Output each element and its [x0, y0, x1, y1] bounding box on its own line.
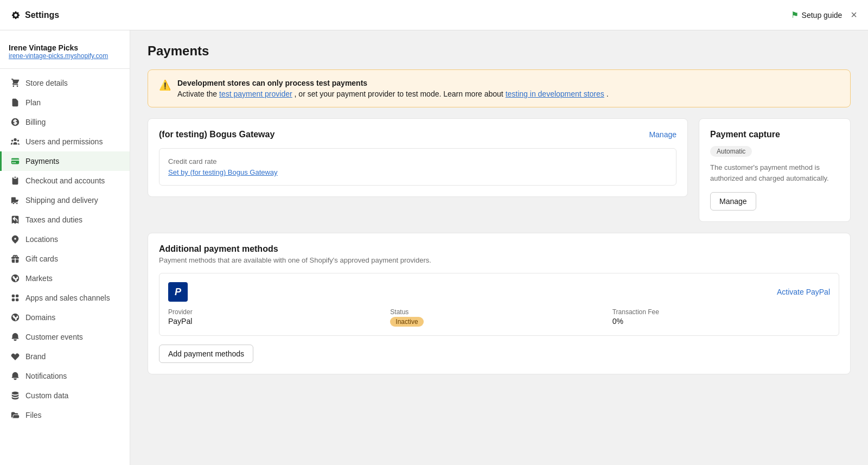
sidebar-item-label: Files — [25, 411, 42, 419]
layout: Irene Vintage Picks irene-vintage-picks.… — [0, 30, 868, 465]
sidebar-item-label: Customer events — [25, 333, 83, 341]
cards-row: (for testing) Bogus Gateway Manage Credi… — [148, 118, 851, 222]
flag-icon: ⚑ — [791, 10, 799, 20]
checkout-icon — [10, 176, 20, 186]
sidebar-item-label: Apps and sales channels — [25, 294, 110, 302]
additional-methods-title: Additional payment methods — [159, 244, 839, 254]
credit-card-rate-label: Credit card rate — [168, 157, 667, 165]
domains-icon — [10, 313, 20, 322]
paypal-row: P Activate PayPal Provider PayPal Status… — [159, 273, 839, 336]
provider-value: PayPal — [168, 317, 386, 326]
sidebar-item-checkout-accounts[interactable]: Checkout and accounts — [0, 171, 130, 190]
add-payment-methods-button[interactable]: Add payment methods — [159, 345, 253, 363]
sidebar-item-payments[interactable]: Payments — [0, 151, 130, 171]
topbar-left: Settings — [11, 10, 59, 20]
custom-data-icon — [10, 391, 20, 400]
credit-card-box: Credit card rate Set by (for testing) Bo… — [159, 148, 676, 186]
sidebar-item-customer-events[interactable]: Customer events — [0, 327, 130, 347]
sidebar-item-label: Taxes and duties — [25, 215, 82, 224]
sidebar-item-store-details[interactable]: Store details — [0, 73, 130, 93]
alert-content: Development stores can only process test… — [177, 79, 609, 98]
setup-guide-label: Setup guide — [802, 11, 843, 20]
taxes-icon — [10, 215, 20, 225]
markets-icon — [10, 273, 20, 283]
sidebar-item-markets[interactable]: Markets — [0, 269, 130, 288]
provider-label: Provider — [168, 308, 386, 316]
gear-icon — [11, 10, 21, 20]
topbar: Settings ⚑ Setup guide × — [0, 0, 868, 30]
store-url[interactable]: irene-vintage-picks.myshopify.com — [9, 52, 121, 60]
payments-icon — [10, 156, 20, 166]
paypal-fee-col: Transaction Fee 0% — [612, 308, 830, 327]
alert-title: Development stores can only process test… — [177, 79, 609, 87]
sidebar-item-taxes-duties[interactable]: Taxes and duties — [0, 210, 130, 230]
payment-capture-card: Payment capture Automatic The customer's… — [699, 118, 851, 222]
paypal-status-col: Status Inactive — [390, 308, 608, 327]
shipping-icon — [10, 195, 20, 205]
users-icon — [10, 137, 20, 146]
sidebar-item-label: Users and permissions — [25, 137, 103, 146]
fee-value: 0% — [612, 317, 830, 326]
notifications-icon — [10, 371, 20, 381]
status-label: Status — [390, 308, 608, 316]
close-button[interactable]: × — [851, 9, 857, 21]
sidebar-item-plan[interactable]: Plan — [0, 93, 130, 112]
page-title: Payments — [148, 43, 851, 59]
sidebar-item-brand[interactable]: Brand — [0, 347, 130, 366]
store-icon — [10, 78, 20, 88]
files-icon — [10, 410, 20, 420]
status-badge: Inactive — [390, 317, 423, 327]
additional-methods-desc: Payment methods that are available with … — [159, 256, 839, 264]
sidebar-item-files[interactable]: Files — [0, 405, 130, 425]
fee-label: Transaction Fee — [612, 308, 830, 316]
topbar-right: ⚑ Setup guide × — [791, 9, 857, 21]
plan-icon — [10, 98, 20, 107]
setup-guide-button[interactable]: ⚑ Setup guide — [791, 10, 843, 20]
warning-icon: ⚠️ — [159, 79, 171, 91]
sidebar-item-label: Custom data — [25, 391, 68, 400]
activate-paypal-link[interactable]: Activate PayPal — [777, 288, 830, 296]
gift-icon — [10, 254, 20, 264]
gateway-card-header: (for testing) Bogus Gateway Manage — [159, 130, 676, 139]
sidebar-item-locations[interactable]: Locations — [0, 230, 130, 249]
sidebar-item-label: Gift cards — [25, 254, 58, 263]
alert-description: Activate the test payment provider , or … — [177, 90, 609, 98]
credit-card-gateway-link[interactable]: Set by (for testing) Bogus Gateway — [168, 168, 278, 176]
capture-description: The customer's payment method is authori… — [710, 162, 839, 183]
sidebar-item-label: Checkout and accounts — [25, 176, 105, 185]
sidebar-item-notifications[interactable]: Notifications — [0, 366, 130, 386]
gateway-name: (for testing) Bogus Gateway — [159, 130, 275, 139]
sidebar-item-custom-data[interactable]: Custom data — [0, 386, 130, 405]
gateway-manage-link[interactable]: Manage — [649, 130, 676, 139]
apps-icon — [10, 293, 20, 303]
sidebar-item-label: Store details — [25, 79, 68, 87]
sidebar-item-label: Domains — [25, 313, 55, 322]
store-name: Irene Vintage Picks — [9, 43, 121, 52]
paypal-provider-col: Provider PayPal — [168, 308, 386, 327]
sidebar-item-label: Notifications — [25, 372, 67, 380]
capture-badge: Automatic — [710, 146, 752, 157]
capture-manage-button[interactable]: Manage — [710, 192, 756, 211]
sidebar-item-gift-cards[interactable]: Gift cards — [0, 249, 130, 269]
testing-dev-stores-link[interactable]: testing in development stores — [506, 90, 604, 98]
sidebar: Irene Vintage Picks irene-vintage-picks.… — [0, 30, 130, 465]
sidebar-item-users-permissions[interactable]: Users and permissions — [0, 132, 130, 151]
sidebar-item-shipping-delivery[interactable]: Shipping and delivery — [0, 190, 130, 210]
billing-icon — [10, 117, 20, 127]
topbar-title: Settings — [25, 10, 59, 20]
sidebar-item-label: Markets — [25, 274, 53, 283]
sidebar-item-label: Locations — [25, 235, 58, 244]
locations-icon — [10, 234, 20, 244]
sidebar-item-apps-channels[interactable]: Apps and sales channels — [0, 288, 130, 308]
gateway-card: (for testing) Bogus Gateway Manage Credi… — [148, 118, 688, 197]
sidebar-item-label: Plan — [25, 98, 41, 107]
test-payment-link[interactable]: test payment provider — [219, 90, 292, 98]
sidebar-item-domains[interactable]: Domains — [0, 308, 130, 327]
additional-methods-card: Additional payment methods Payment metho… — [148, 233, 851, 374]
brand-icon — [10, 352, 20, 361]
sidebar-item-label: Billing — [25, 118, 46, 126]
sidebar-item-billing[interactable]: Billing — [0, 112, 130, 132]
sidebar-item-label: Shipping and delivery — [25, 196, 98, 205]
sidebar-item-label: Payments — [25, 157, 59, 165]
main-content: Payments ⚠️ Development stores can only … — [130, 30, 868, 465]
